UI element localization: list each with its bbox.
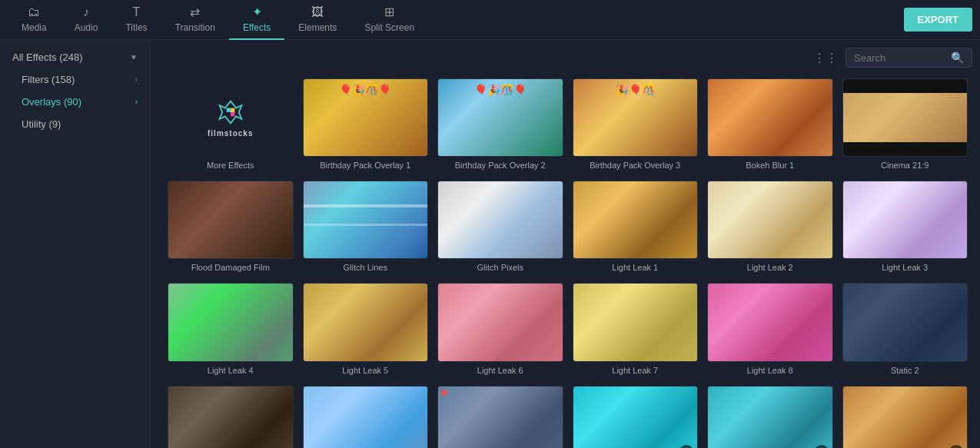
glitchlines-thumb <box>303 181 429 259</box>
grid-toggle-icon[interactable]: ⋮⋮ <box>813 51 838 65</box>
aqua1-thumb: ↓ <box>573 386 699 448</box>
nav-effects-label: Effects <box>243 22 271 33</box>
bokeh-label: Bokeh Blur 1 <box>707 161 833 170</box>
lightleak1-label: Light Leak 1 <box>573 263 699 272</box>
sidebar-filters-label: Filters (158) <box>22 74 75 85</box>
flood-thumb <box>168 181 294 259</box>
strongglitch-thumb <box>303 386 429 448</box>
audio-icon: ♪ <box>83 5 89 19</box>
cinema-thumb <box>842 78 968 157</box>
birthday2-thumb: 🎈🎉🎊🎈 <box>437 78 563 157</box>
content-area: ⋮⋮ 🔍 filmstocks <box>151 40 980 448</box>
glitchpix-label: Glitch Pixels <box>437 263 563 272</box>
nav-titles-label: Titles <box>125 22 147 33</box>
birthday2-label: Birthday Pack Overlay 2 <box>437 161 563 170</box>
nav-transition-label: Transition <box>175 22 215 33</box>
filmstocks-logo-svg <box>217 98 244 126</box>
nav-media-label: Media <box>22 22 47 33</box>
search-icon: 🔍 <box>951 51 964 64</box>
sidebar-item-filters[interactable]: Filters (158) › <box>0 68 150 91</box>
lightleak7-thumb <box>573 283 699 361</box>
sidebar-item-utility[interactable]: Utility (9) <box>0 113 150 135</box>
effect-birthday3[interactable]: 🎉🎈🎊 Birthday Pack Overlay 3 <box>568 75 703 178</box>
content-topbar: ⋮⋮ 🔍 <box>163 48 972 68</box>
effect-lightleak8[interactable]: Light Leak 8 <box>703 280 838 382</box>
nav-elements-label: Elements <box>298 22 337 33</box>
media-icon: 🗂 <box>28 5 40 19</box>
main-layout: All Effects (248) ▼ Filters (158) › Over… <box>0 40 980 448</box>
effect-lightleak4[interactable]: Light Leak 4 <box>163 280 298 382</box>
effect-filmstocks[interactable]: filmstocks More Effects <box>163 75 298 178</box>
lightleak2-label: Light Leak 2 <box>707 263 833 272</box>
nav-splitscreen[interactable]: ⊞ Split Screen <box>350 0 428 40</box>
viewfinder-thumb <box>437 386 563 448</box>
transition-icon: ⇄ <box>190 5 200 19</box>
nav-effects[interactable]: ✦ Effects <box>229 0 284 40</box>
sidebar-all-label: All Effects (248) <box>12 51 83 63</box>
effect-bokeh1[interactable]: ↓ Bokeh 1 <box>838 383 973 448</box>
birthday1-label: Birthday Pack Overlay 1 <box>303 161 429 170</box>
nav-splitscreen-label: Split Screen <box>364 22 414 33</box>
top-nav: 🗂 Media ♪ Audio T Titles ⇄ Transition ✦ … <box>0 0 980 40</box>
titles-icon: T <box>133 5 141 19</box>
lightleak6-thumb <box>437 283 563 361</box>
lightleak3-label: Light Leak 3 <box>842 263 968 272</box>
nav-elements[interactable]: 🖼 Elements <box>284 0 350 40</box>
lightleak7-label: Light Leak 7 <box>573 366 699 375</box>
effect-lightleak7[interactable]: Light Leak 7 <box>568 280 703 382</box>
sidebar-item-all[interactable]: All Effects (248) ▼ <box>0 46 150 68</box>
nav-audio[interactable]: ♪ Audio <box>61 0 112 40</box>
nav-titles[interactable]: T Titles <box>111 0 161 40</box>
effect-lightleak6[interactable]: Light Leak 6 <box>433 280 568 382</box>
search-input[interactable] <box>854 52 946 64</box>
svg-rect-1 <box>226 108 230 111</box>
bokeh1-thumb: ↓ <box>842 386 968 448</box>
effect-glitchlines[interactable]: Glitch Lines <box>298 178 434 280</box>
effect-bokeh-blur[interactable]: Bokeh Blur 1 <box>703 75 838 178</box>
nav-transition[interactable]: ⇄ Transition <box>161 0 229 40</box>
birthday3-thumb: 🎉🎈🎊 <box>573 78 699 157</box>
splitscreen-icon: ⊞ <box>384 5 394 19</box>
lightleak3-thumb <box>842 181 968 259</box>
effect-lightleak2[interactable]: Light Leak 2 <box>703 178 838 280</box>
lightleak6-label: Light Leak 6 <box>437 366 563 375</box>
effect-strongglitch[interactable]: Strong Glitch <box>298 383 434 448</box>
effect-static2[interactable]: Static 2 <box>838 280 973 382</box>
glitchpix-thumb <box>437 181 563 259</box>
sidebar-item-overlays[interactable]: Overlays (90) › <box>0 91 150 113</box>
chevron-right-icon: ▼ <box>130 53 138 61</box>
effect-cinema[interactable]: Cinema 21:9 <box>838 75 973 178</box>
lightleak8-thumb <box>707 283 833 361</box>
filmstocks-brand: filmstocks <box>208 129 253 138</box>
flood-label: Flood Damaged Film <box>168 263 294 272</box>
filmstocks-label: More Effects <box>168 161 294 170</box>
birthday1-thumb: 🎈🎉🎊🎈 <box>303 78 429 157</box>
nav-media[interactable]: 🗂 Media <box>8 0 61 40</box>
lightleak5-thumb <box>303 283 429 361</box>
export-button[interactable]: EXPORT <box>904 8 972 32</box>
sidebar-overlays-label: Overlays (90) <box>22 96 81 108</box>
effect-lightleak1[interactable]: Light Leak 1 <box>568 178 703 280</box>
lightleak4-label: Light Leak 4 <box>168 366 294 375</box>
effects-icon: ✦ <box>252 5 262 19</box>
bokeh-thumb <box>707 78 833 157</box>
effect-flood[interactable]: Flood Damaged Film <box>163 178 298 280</box>
effect-birthday2[interactable]: 🎈🎉🎊🎈 Birthday Pack Overlay 2 <box>433 75 568 178</box>
filmstocks-thumb: filmstocks <box>168 78 294 157</box>
lightleak8-label: Light Leak 8 <box>707 366 833 375</box>
statica-thumb <box>168 386 294 448</box>
effect-aqua1[interactable]: ↓ Aqua 1 <box>568 383 703 448</box>
static2-thumb <box>842 283 968 361</box>
search-box: 🔍 <box>845 48 972 68</box>
sidebar-utility-label: Utility (9) <box>22 118 61 130</box>
effect-statica[interactable]: Static A <box>163 383 298 448</box>
effect-birthday1[interactable]: 🎈🎉🎊🎈 Birthday Pack Overlay 1 <box>298 75 434 178</box>
effect-lightleak3[interactable]: Light Leak 3 <box>838 178 973 280</box>
effect-lightleak5[interactable]: Light Leak 5 <box>298 280 434 382</box>
effect-aqua2[interactable]: ↓ Aqua 2 <box>703 383 838 448</box>
chevron-right-icon-2: › <box>135 75 138 84</box>
effect-glitchpix[interactable]: Glitch Pixels <box>433 178 568 280</box>
chevron-right-icon-3: › <box>135 98 138 106</box>
birthday3-label: Birthday Pack Overlay 3 <box>573 161 699 170</box>
effect-viewfinder[interactable]: 90's Viewfinder <box>433 383 568 448</box>
